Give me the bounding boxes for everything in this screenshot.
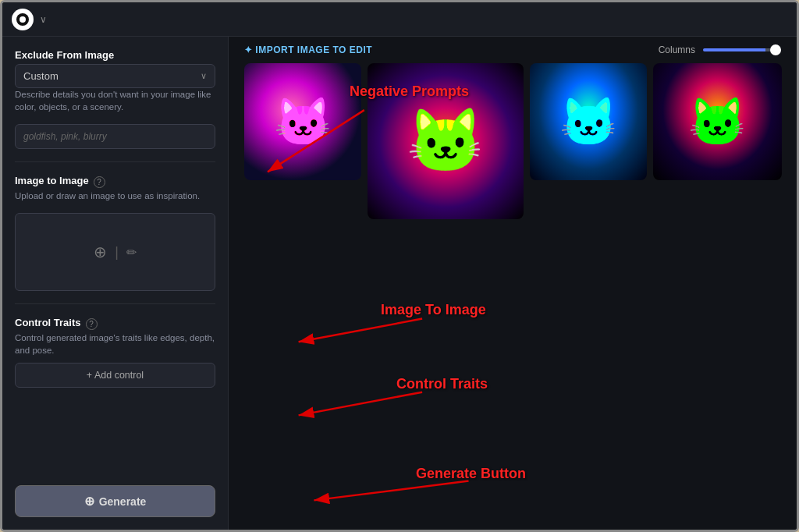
control-traits-description: Control generated image's traits like ed… bbox=[15, 332, 215, 356]
divider-2 bbox=[15, 303, 215, 304]
cat-image-4 bbox=[653, 63, 782, 180]
import-label: ✦ IMPORT IMAGE TO EDIT bbox=[244, 44, 372, 55]
svg-line-3 bbox=[299, 392, 422, 416]
img2img-label-row: Image to Image ? bbox=[15, 175, 215, 190]
control-traits-title: Control Traits bbox=[15, 317, 81, 328]
sidebar: Exclude From Image Custom ∨ Describe det… bbox=[2, 37, 229, 530]
image-card-1[interactable] bbox=[244, 63, 361, 180]
control-traits-section: Control Traits ? Control generated image… bbox=[15, 317, 215, 388]
content-area: ✦ IMPORT IMAGE TO EDIT Columns bbox=[229, 37, 797, 530]
cat-image-1 bbox=[244, 63, 361, 180]
img2img-description: Upload or draw an image to use as inspir… bbox=[15, 190, 215, 202]
img2img-title: Image to Image bbox=[15, 175, 89, 186]
top-bar: ∨ bbox=[2, 2, 797, 37]
cat-image-2 bbox=[368, 63, 524, 219]
img2img-dropzone[interactable]: ⊕ | ✏ bbox=[15, 213, 215, 291]
img2img-help-icon[interactable]: ? bbox=[94, 176, 105, 188]
image-to-image-annotation: Image To Image bbox=[381, 302, 486, 318]
svg-line-4 bbox=[314, 481, 468, 501]
exclude-description: Describe details you don't want in your … bbox=[15, 88, 215, 113]
slider-thumb[interactable] bbox=[770, 44, 781, 55]
dropdown-chevron-icon: ∨ bbox=[201, 71, 207, 81]
control-traits-help-icon[interactable]: ? bbox=[86, 318, 98, 330]
columns-label: Columns bbox=[659, 44, 695, 55]
main-layout: Exclude From Image Custom ∨ Describe det… bbox=[2, 37, 797, 530]
divider-1 bbox=[15, 161, 215, 162]
image-card-3[interactable] bbox=[530, 63, 647, 180]
logo-icon bbox=[12, 9, 34, 30]
app-window: ∨ Exclude From Image Custom ∨ Describe d… bbox=[0, 0, 799, 532]
pencil-icon: ✏ bbox=[126, 245, 137, 260]
generate-label: Generate bbox=[99, 495, 147, 508]
image-card-2[interactable] bbox=[368, 63, 524, 219]
plus-circle-icon: ⊕ bbox=[94, 243, 107, 261]
dropdown-value: Custom bbox=[23, 70, 59, 82]
dropzone-divider: | bbox=[115, 244, 119, 261]
cat-image-3 bbox=[530, 63, 647, 180]
image-card-4[interactable] bbox=[653, 63, 782, 180]
import-button[interactable]: ✦ IMPORT IMAGE TO EDIT bbox=[244, 44, 372, 55]
generate-button-annotation: Generate Button bbox=[416, 466, 526, 482]
negative-prompt-input[interactable]: goldfish, pink, blurry bbox=[15, 124, 215, 149]
generate-button[interactable]: ⊕ Generate bbox=[15, 485, 215, 517]
add-control-button[interactable]: + Add control bbox=[15, 363, 215, 388]
control-traits-annotation: Control Traits bbox=[396, 376, 488, 392]
image-to-image-section: Image to Image ? Upload or draw an image… bbox=[15, 175, 215, 291]
columns-control: Columns bbox=[659, 44, 781, 55]
custom-dropdown[interactable]: Custom ∨ bbox=[15, 64, 215, 88]
generate-plus-icon: ⊕ bbox=[84, 494, 94, 509]
svg-line-2 bbox=[299, 319, 422, 342]
exclude-section: Exclude From Image Custom ∨ Describe det… bbox=[15, 49, 215, 149]
control-traits-label-row: Control Traits ? bbox=[15, 317, 215, 332]
exclude-title: Exclude From Image bbox=[15, 49, 215, 61]
image-grid bbox=[229, 63, 797, 227]
content-topbar: ✦ IMPORT IMAGE TO EDIT Columns bbox=[229, 37, 797, 63]
logo-chevron-icon[interactable]: ∨ bbox=[40, 14, 47, 25]
columns-slider[interactable] bbox=[703, 48, 781, 51]
